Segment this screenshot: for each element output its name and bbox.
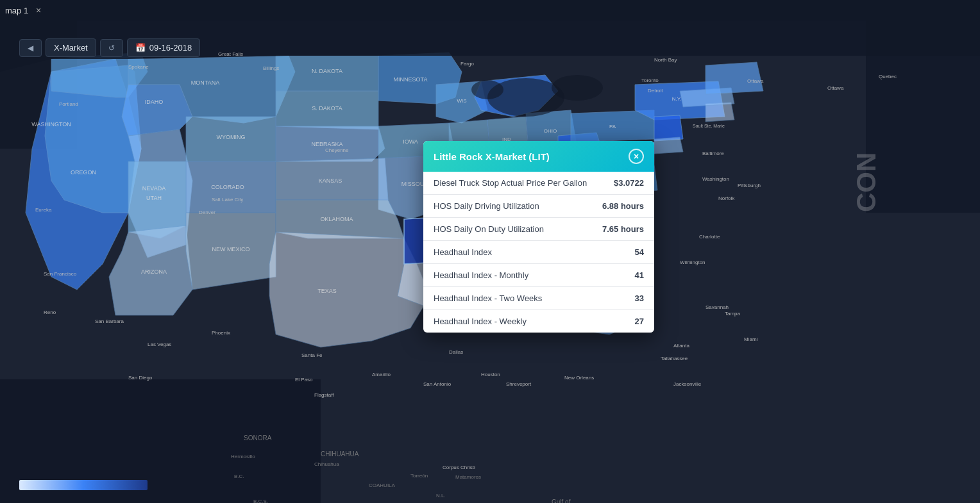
- window-close-button[interactable]: ×: [33, 5, 44, 15]
- svg-text:Shreveport: Shreveport: [506, 381, 532, 387]
- svg-text:MINNESOTA: MINNESOTA: [394, 76, 428, 83]
- svg-text:Pittsburgh: Pittsburgh: [738, 183, 761, 188]
- popup-row-label: Headhaul Index - Monthly: [434, 270, 528, 280]
- svg-text:San Barbara: San Barbara: [95, 318, 124, 324]
- svg-text:El Paso: El Paso: [295, 377, 313, 383]
- svg-text:Atlanta: Atlanta: [673, 343, 689, 349]
- svg-text:PA: PA: [609, 124, 616, 129]
- svg-text:Norfolk: Norfolk: [718, 195, 735, 201]
- svg-text:Portland: Portland: [59, 101, 78, 107]
- popup-row-value: 54: [635, 247, 644, 257]
- popup-title: Little Rock X-Market (LIT): [434, 151, 550, 162]
- popup-row-value: 41: [635, 270, 644, 280]
- svg-text:IOWA: IOWA: [403, 138, 418, 145]
- svg-text:N.L.: N.L.: [436, 493, 446, 499]
- svg-text:Ottawa: Ottawa: [827, 85, 844, 91]
- svg-text:Spokane: Spokane: [128, 64, 149, 70]
- svg-text:NEVADA: NEVADA: [142, 185, 165, 192]
- popup-row-label: Headhaul Index - Weekly: [434, 317, 527, 326]
- svg-text:Billings: Billings: [263, 65, 279, 71]
- svg-text:Denver: Denver: [199, 210, 215, 215]
- svg-text:Tallahassee: Tallahassee: [661, 356, 688, 361]
- popup-body: Diesel Truck Stop Actual Price Per Gallo…: [423, 172, 654, 333]
- svg-text:SONORA: SONORA: [244, 434, 272, 441]
- refresh-button[interactable]: ↺: [100, 39, 123, 57]
- popup-row: HOS Daily Driving Utilization 6.88 hours: [423, 195, 654, 218]
- svg-text:NEW MEXICO: NEW MEXICO: [212, 246, 249, 252]
- svg-text:Flagstaff: Flagstaff: [314, 392, 334, 398]
- popup-close-button[interactable]: ×: [629, 149, 644, 164]
- market-button[interactable]: X-Market: [46, 38, 96, 57]
- svg-text:IDAHO: IDAHO: [145, 99, 164, 105]
- svg-text:Sault Ste. Marie: Sault Ste. Marie: [693, 124, 725, 128]
- svg-text:NEBRASKA: NEBRASKA: [311, 141, 342, 147]
- svg-text:N.Y.: N.Y.: [672, 96, 682, 102]
- popup-row-value: 7.65 hours: [602, 224, 644, 234]
- legend-color-bar: [19, 480, 148, 490]
- window-title: map 1: [5, 6, 28, 15]
- svg-text:WIS: WIS: [457, 98, 466, 104]
- popup-row-label: HOS Daily Driving Utilization: [434, 201, 539, 211]
- svg-text:Eureka: Eureka: [35, 207, 52, 213]
- popup-row-value: 6.88 hours: [602, 201, 644, 211]
- svg-text:Miami: Miami: [744, 336, 758, 342]
- map-container: map 1 ×: [0, 0, 980, 503]
- svg-text:Fargo: Fargo: [460, 61, 474, 67]
- svg-text:Torreón: Torreón: [410, 473, 428, 479]
- svg-text:COAHUILA: COAHUILA: [369, 482, 396, 488]
- svg-point-50: [552, 75, 603, 101]
- svg-text:Chihuahua: Chihuahua: [314, 461, 339, 467]
- svg-text:WASHINGTON: WASHINGTON: [31, 121, 71, 128]
- legend: [19, 480, 148, 490]
- svg-text:CON: CON: [851, 153, 881, 212]
- market-label: X-Market: [54, 43, 88, 53]
- svg-text:North Bay: North Bay: [654, 57, 677, 63]
- popup-row-label: Diesel Truck Stop Actual Price Per Gallo…: [434, 178, 587, 188]
- svg-text:CHIHUAHUA: CHIHUAHUA: [321, 450, 359, 458]
- svg-text:UTAH: UTAH: [146, 195, 162, 201]
- svg-text:Toronto: Toronto: [641, 78, 659, 83]
- svg-text:Baltimore: Baltimore: [702, 151, 724, 156]
- popup-row-label: Headhaul Index: [434, 247, 492, 257]
- svg-marker-44: [654, 137, 683, 154]
- svg-text:Wilmington: Wilmington: [680, 260, 705, 265]
- popup-row: Headhaul Index - Monthly 41: [423, 264, 654, 287]
- svg-text:Salt Lake City: Salt Lake City: [212, 197, 243, 202]
- back-button[interactable]: ◀: [19, 39, 42, 57]
- svg-text:San Antonio: San Antonio: [423, 381, 452, 387]
- svg-text:Dallas: Dallas: [449, 349, 463, 355]
- popup-row: Headhaul Index - Two Weeks 33: [423, 287, 654, 310]
- refresh-icon: ↺: [108, 44, 115, 53]
- svg-text:KANSAS: KANSAS: [319, 177, 342, 184]
- popup-row: Headhaul Index - Weekly 27: [423, 310, 654, 333]
- popup-row: Headhaul Index 54: [423, 241, 654, 264]
- svg-text:Hermosillo: Hermosillo: [231, 454, 255, 459]
- popup-row-label: Headhaul Index - Two Weeks: [434, 293, 542, 303]
- popup-row-value: 33: [635, 293, 644, 303]
- svg-text:TEXAS: TEXAS: [317, 288, 337, 294]
- calendar-icon: 📅: [135, 43, 146, 53]
- popup-row: Diesel Truck Stop Actual Price Per Gallo…: [423, 172, 654, 195]
- title-bar: map 1 ×: [0, 0, 980, 21]
- svg-text:B.C.: B.C.: [234, 474, 244, 479]
- svg-text:OKLAHOMA: OKLAHOMA: [320, 216, 353, 222]
- svg-text:New Orleans: New Orleans: [564, 375, 594, 381]
- svg-text:OREGON: OREGON: [71, 169, 96, 176]
- svg-text:San Francisco: San Francisco: [44, 271, 77, 277]
- svg-text:Phoenix: Phoenix: [212, 330, 230, 336]
- popup-row-value: $3.0722: [614, 178, 644, 188]
- svg-text:N. DAKOTA: N. DAKOTA: [312, 68, 342, 74]
- svg-text:Santa Fe: Santa Fe: [301, 352, 323, 358]
- svg-text:Reno: Reno: [44, 309, 56, 315]
- svg-text:Cheyenne: Cheyenne: [325, 147, 349, 153]
- popup-row-value: 27: [635, 317, 644, 326]
- svg-text:MONTANA: MONTANA: [191, 79, 219, 86]
- date-button[interactable]: 📅 09-16-2018: [127, 38, 201, 57]
- svg-text:WYOMING: WYOMING: [217, 134, 246, 140]
- back-icon: ◀: [28, 44, 33, 53]
- popup-row-label: HOS Daily On Duty Utilization: [434, 224, 544, 234]
- popup-header: Little Rock X-Market (LIT) ×: [423, 141, 654, 172]
- svg-text:Savannah: Savannah: [705, 304, 729, 310]
- svg-text:Great Falls: Great Falls: [218, 51, 243, 57]
- svg-text:COLORADO: COLORADO: [211, 184, 244, 190]
